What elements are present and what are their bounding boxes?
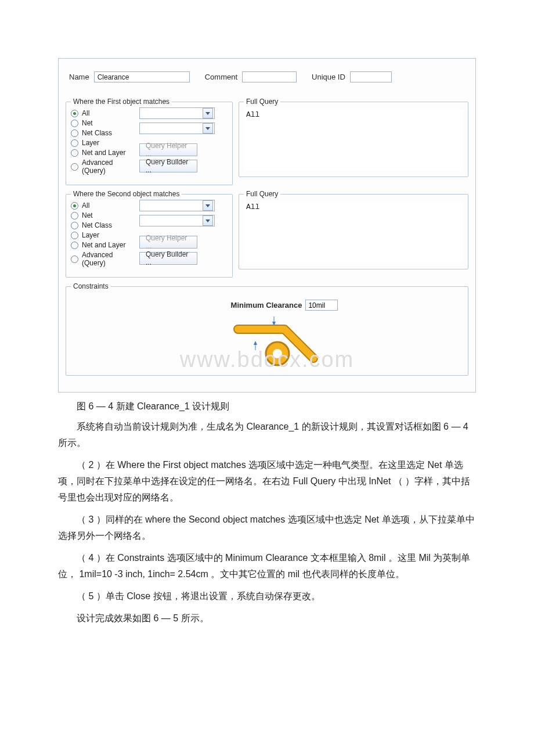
paragraph-4: （ 4 ）在 Constraints 选项区域中的 Minimum Cleara… [58, 550, 476, 582]
radio-dot-icon [71, 212, 78, 219]
first-matches-row: Where the First object matches All Net N… [66, 93, 468, 185]
radio-layer-label: Layer [82, 139, 99, 147]
paragraph-2: （ 2 ）在 Where the First object matches 选项… [58, 457, 476, 506]
radio-all-label: All [82, 109, 89, 117]
radio-dot-icon [71, 255, 78, 263]
paragraph-1: 系统将自动当前设计规则为准，生成名为 Clearance_1 的新设计规则，其设… [58, 419, 476, 451]
radio-netclass-label-2: Net Class [82, 221, 112, 229]
radio-netlayer[interactable]: Net and Layer [71, 149, 134, 157]
radio-advanced-2[interactable]: Advanced (Query) [71, 251, 134, 267]
dialog-header-row: Name Comment Unique ID [66, 69, 468, 93]
full-query-title-2: Full Query [244, 190, 280, 198]
query-builder-button-2[interactable]: Query Builder ... [139, 252, 197, 265]
svg-point-5 [273, 349, 282, 358]
chevron-down-icon [203, 200, 213, 211]
radio-netclass-label: Net Class [82, 129, 112, 137]
rule-settings-dialog: Name Comment Unique ID Where the First o… [58, 58, 476, 393]
first-combo-2[interactable] [139, 123, 215, 134]
clearance-diagram [71, 312, 463, 370]
radio-dot-icon [71, 242, 78, 249]
radio-dot-icon [71, 163, 78, 171]
second-matches-title: Where the Second object matches [71, 190, 182, 198]
radio-layer-label-2: Layer [82, 231, 99, 239]
figure-caption: 图 6 — 4 新建 Clearance_1 设计规则 [58, 401, 476, 413]
radio-dot-icon [71, 110, 78, 117]
query-helper-button-2[interactable]: Query Helper ... [139, 236, 197, 249]
first-radio-column: All Net Net Class Layer Net and Layer Ad… [71, 109, 134, 175]
radio-advanced-label-2: Advanced (Query) [82, 251, 134, 267]
radio-all-2[interactable]: All [71, 201, 134, 210]
clearance-svg-icon [209, 312, 325, 370]
chevron-down-icon [203, 108, 213, 118]
radio-dot-icon [71, 149, 78, 157]
first-full-query-text[interactable]: All [244, 109, 463, 171]
second-matches-group: Where the Second object matches All Net … [66, 190, 233, 278]
radio-netlayer-label: Net and Layer [82, 149, 125, 157]
constraints-group: Constraints Minimum Clearance [66, 282, 468, 376]
name-label: Name [69, 73, 89, 81]
radio-dot-icon [71, 139, 78, 147]
second-combo-1[interactable] [139, 200, 215, 211]
chevron-down-icon [203, 215, 213, 226]
name-input[interactable] [94, 71, 190, 82]
radio-advanced-label: Advanced (Query) [82, 159, 134, 175]
radio-net-label: Net [82, 119, 93, 127]
radio-dot-icon [71, 120, 78, 127]
paragraph-6: 设计完成效果如图 6 — 5 所示。 [58, 610, 476, 627]
min-clearance-label: Minimum Clearance [231, 301, 302, 309]
paragraph-5: （ 5 ）单击 Close 按钮，将退出设置，系统自动保存更改。 [58, 588, 476, 604]
radio-all-label-2: All [82, 201, 89, 210]
min-clearance-input[interactable] [305, 300, 338, 311]
second-radio-column: All Net Net Class Layer Net and Layer Ad… [71, 201, 134, 267]
radio-netclass[interactable]: Net Class [71, 129, 134, 137]
query-builder-button[interactable]: Query Builder ... [139, 160, 197, 172]
svg-marker-3 [254, 341, 257, 345]
query-helper-button[interactable]: Query Helper ... [139, 143, 197, 156]
constraints-title: Constraints [71, 282, 111, 290]
radio-net-label-2: Net [82, 211, 93, 219]
first-full-query-group: Full Query All [239, 98, 468, 177]
radio-net[interactable]: Net [71, 119, 134, 127]
radio-netclass-2[interactable]: Net Class [71, 221, 134, 229]
radio-netlayer-label-2: Net and Layer [82, 241, 125, 249]
first-matches-group: Where the First object matches All Net N… [66, 98, 233, 185]
radio-all[interactable]: All [71, 109, 134, 117]
radio-dot-icon [71, 202, 78, 210]
comment-label: Comment [205, 73, 237, 81]
first-matches-title: Where the First object matches [71, 98, 172, 106]
radio-net-2[interactable]: Net [71, 211, 134, 219]
comment-input[interactable] [242, 71, 297, 82]
uniqueid-input[interactable] [350, 71, 392, 82]
uniqueid-label: Unique ID [312, 73, 345, 81]
second-matches-row: Where the Second object matches All Net … [66, 185, 468, 278]
paragraph-3: （ 3 ）同样的在 where the Second object matche… [58, 512, 476, 544]
second-full-query-group: Full Query All [239, 190, 468, 269]
chevron-down-icon [203, 123, 213, 134]
second-full-query-text[interactable]: All [244, 201, 463, 263]
radio-dot-icon [71, 222, 78, 229]
full-query-title: Full Query [244, 98, 280, 106]
radio-dot-icon [71, 232, 78, 239]
radio-layer[interactable]: Layer [71, 139, 134, 147]
radio-advanced[interactable]: Advanced (Query) [71, 159, 134, 175]
radio-dot-icon [71, 129, 78, 137]
radio-layer-2[interactable]: Layer [71, 231, 134, 239]
second-combo-2[interactable] [139, 215, 215, 226]
first-combo-1[interactable] [139, 107, 215, 119]
radio-netlayer-2[interactable]: Net and Layer [71, 241, 134, 249]
